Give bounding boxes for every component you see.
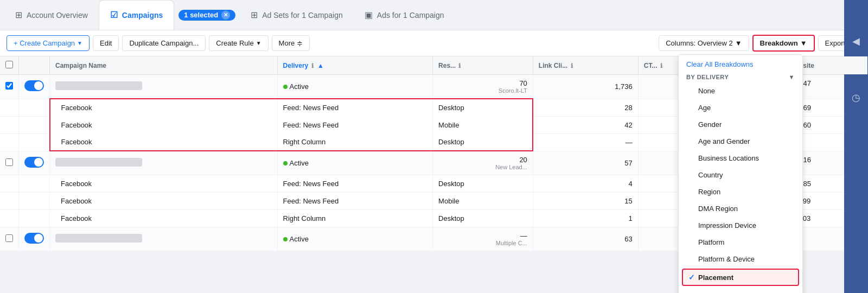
selected-badge-container: 1 selected ✕: [174, 0, 240, 30]
status-dot: [283, 161, 288, 165]
breakdown-device-cell: Desktop: [433, 210, 533, 227]
breakdown-check-cell: [0, 175, 19, 193]
campaign-checkbox-cell[interactable]: [0, 151, 19, 175]
breakdown-toggle-cell: [19, 175, 50, 193]
clear-all-breakdowns-link[interactable]: Clear All Breakdowns: [686, 60, 754, 68]
campaign-results-cell: 70Scoro.lt-LT: [433, 75, 533, 99]
top-nav: ⊞ Account Overview ☑ Campaigns 1 selecte…: [0, 0, 868, 30]
clear-selection-button[interactable]: ✕: [221, 11, 230, 20]
campaign-toggle-cell[interactable]: [19, 227, 50, 251]
breakdown-results-cell: 42: [533, 116, 638, 133]
breakdown-device-cell: Desktop: [433, 175, 533, 193]
breakdown-item-label: Platform: [698, 238, 724, 246]
status-dot: [283, 85, 288, 89]
breakdown-menu-item[interactable]: Business Locations: [679, 150, 802, 167]
breakdown-placement-cell: Feed: News Feed: [277, 193, 433, 210]
campaign-checkbox[interactable]: [5, 234, 13, 242]
right-sidebar: ◀ ✏ ◷: [844, 0, 868, 251]
campaign-toggle[interactable]: [24, 157, 44, 168]
toolbar: + Create Campaign ▼ Edit Duplicate Campa…: [0, 30, 868, 56]
select-all-header[interactable]: [0, 56, 19, 75]
tab-ads[interactable]: ▣ Ads for 1 Campaign: [354, 0, 455, 30]
breakdown-item-label: Age: [698, 104, 711, 112]
campaign-delivery-cell: Active: [277, 75, 433, 99]
breakdown-toggle-cell: [19, 116, 50, 133]
more-button[interactable]: More ≑: [272, 35, 310, 51]
breakdown-menu-item[interactable]: Gender: [679, 116, 802, 133]
by-delivery-collapse-arrow[interactable]: ▼: [789, 74, 795, 80]
campaign-toggle-cell[interactable]: [19, 151, 50, 175]
columns-button[interactable]: Columns: Overview 2 ▼: [659, 35, 749, 51]
breakdown-results-cell: 15: [533, 193, 638, 210]
by-delivery-label: BY DELIVERY ▼: [679, 72, 802, 82]
breakdown-placement-cell: Right Column: [277, 133, 433, 151]
create-rule-button[interactable]: Create Rule ▼: [209, 35, 268, 51]
breakdown-item-label: Region: [698, 188, 720, 196]
breakdown-menu-item[interactable]: Country: [679, 167, 802, 183]
duplicate-button[interactable]: Duplicate Campaign...: [122, 35, 206, 51]
tab-ad-sets[interactable]: ⊞ Ad Sets for 1 Campaign: [240, 0, 354, 30]
breakdown-check-cell: [0, 116, 19, 133]
campaign-delivery-cell: Active: [277, 227, 433, 251]
breakdown-placement-cell: Feed: News Feed: [277, 99, 433, 116]
breakdown-items-list: None Age Gender Age and Gender Business …: [679, 82, 802, 251]
campaign-toggle[interactable]: [24, 80, 44, 91]
campaign-result-sub: Scoro.lt-LT: [438, 87, 527, 94]
campaign-result-sub: Multiple C...: [438, 240, 527, 246]
breakdown-platform-cell: Facebook: [50, 175, 278, 193]
breakdown-menu-item[interactable]: Age: [679, 99, 802, 116]
breakdown-platform-cell: Facebook: [50, 99, 278, 116]
campaign-checkbox[interactable]: [5, 158, 13, 166]
breakdown-device-cell: Desktop: [433, 133, 533, 151]
create-campaign-dropdown-arrow: ▼: [77, 40, 82, 46]
campaign-toggle-cell[interactable]: [19, 75, 50, 99]
breakdown-platform-cell: Facebook: [50, 210, 278, 227]
columns-dropdown-arrow: ▼: [735, 39, 742, 47]
breakdown-item-label: DMA Region: [698, 205, 738, 213]
create-campaign-button[interactable]: + Create Campaign ▼: [7, 35, 90, 51]
breakdown-platform-cell: Facebook: [50, 193, 278, 210]
breakdown-dropdown-header: Clear All Breakdowns: [679, 55, 802, 72]
campaign-toggle[interactable]: [24, 233, 44, 244]
breakdown-menu-item[interactable]: Platform & Device: [679, 251, 802, 251]
breakdown-menu-item[interactable]: Platform: [679, 234, 802, 251]
breakdown-placement-cell: Feed: News Feed: [277, 116, 433, 133]
breakdown-item-label: Country: [698, 171, 723, 179]
account-overview-icon: ⊞: [15, 10, 22, 20]
campaign-checkbox[interactable]: [5, 82, 13, 90]
campaigns-icon: ☑: [110, 10, 118, 20]
breakdown-item-label: Business Locations: [698, 154, 759, 162]
breakdown-check-cell: [0, 193, 19, 210]
breakdown-menu-item[interactable]: Age and Gender: [679, 133, 802, 150]
campaign-checkbox-cell[interactable]: [0, 75, 19, 99]
edit-button[interactable]: Edit: [93, 35, 119, 51]
delivery-header[interactable]: Delivery ℹ ▲: [277, 56, 433, 75]
breakdown-menu-item[interactable]: Impression Device: [679, 217, 802, 234]
campaign-delivery-cell: Active: [277, 151, 433, 175]
select-all-checkbox[interactable]: [5, 61, 13, 68]
breakdown-dropdown: Clear All Breakdowns BY DELIVERY ▼ None …: [678, 54, 803, 251]
ads-icon: ▣: [365, 10, 373, 20]
campaign-name-bar: [55, 81, 142, 90]
breakdown-menu-item[interactable]: Region: [679, 183, 802, 200]
collapse-sidebar-icon[interactable]: ◀: [847, 33, 865, 50]
campaign-results-cell: —Multiple C...: [433, 227, 533, 251]
breakdown-menu-item[interactable]: None: [679, 82, 802, 99]
breakdown-check-cell: [0, 133, 19, 151]
breakdown-button[interactable]: Breakdown ▼: [752, 35, 815, 52]
breakdown-item-label: Gender: [698, 120, 722, 129]
breakdown-placement-cell: Feed: News Feed: [277, 175, 433, 193]
campaign-link-clicks-cell: 57: [533, 151, 638, 175]
breakdown-menu-item[interactable]: DMA Region: [679, 200, 802, 217]
clock-sidebar-icon[interactable]: ◷: [847, 89, 865, 106]
breakdown-check-cell: [0, 99, 19, 116]
breakdown-item-label: Impression Device: [698, 221, 756, 230]
campaign-name-header: Campaign Name: [50, 56, 278, 75]
campaign-name-bar: [55, 158, 142, 167]
tab-account-overview[interactable]: ⊞ Account Overview: [4, 0, 99, 30]
toolbar-right: Columns: Overview 2 ▼ Breakdown ▼ Export…: [659, 35, 861, 52]
tab-campaigns[interactable]: ☑ Campaigns: [99, 0, 174, 30]
campaign-checkbox-cell[interactable]: [0, 227, 19, 251]
breakdown-item-label: None: [698, 87, 715, 95]
breakdown-item-label: Age and Gender: [698, 137, 750, 145]
